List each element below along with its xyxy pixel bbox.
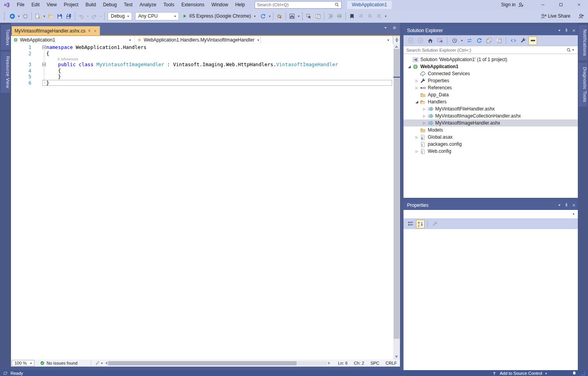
expand-arrow-icon[interactable]: ▷ — [422, 107, 427, 111]
tree-item-webapplication1[interactable]: ◢WebApplication1 — [403, 63, 578, 70]
toolbar-drag-handle[interactable] — [4, 12, 6, 20]
se-home-button[interactable] — [426, 36, 434, 45]
close-button[interactable] — [570, 0, 588, 9]
navigate-backward-button[interactable] — [8, 12, 17, 21]
expand-arrow-icon[interactable]: ▷ — [414, 136, 420, 139]
menu-extensions[interactable]: Extensions — [178, 0, 208, 9]
scroll-down-icon[interactable] — [395, 356, 398, 358]
fold-toggle-icon[interactable] — [42, 44, 46, 51]
expand-arrow-icon[interactable]: ◢ — [414, 100, 420, 104]
tree-item-models[interactable]: Models — [403, 127, 578, 134]
new-project-button[interactable] — [33, 12, 42, 21]
toggle-bookmark-button[interactable] — [347, 12, 356, 21]
tool-tab-resource-view[interactable]: Resource View — [1, 52, 10, 92]
tree-item-handlers[interactable]: ◢Handlers — [403, 98, 578, 105]
window-position-dropdown-icon[interactable] — [557, 203, 561, 207]
project-dropdown[interactable]: WebApplication1 ▾ — [11, 36, 135, 44]
code-line-1[interactable]: 1namespace WebApplication1.Handlers — [11, 44, 400, 51]
insert-mode-indicator[interactable]: SPC — [371, 361, 380, 365]
menu-file[interactable]: File — [13, 0, 28, 9]
menu-view[interactable]: View — [43, 0, 60, 9]
decrease-indent-button[interactable] — [326, 12, 335, 21]
clear-bookmarks-button[interactable] — [375, 12, 384, 21]
switch-views-button[interactable] — [436, 36, 444, 45]
save-all-button[interactable] — [64, 12, 73, 21]
code-line-5[interactable]: 5 } — [11, 74, 400, 80]
categorized-button[interactable] — [406, 220, 415, 228]
document-tab[interactable]: MyVintasoftImageHandler.ashx.cs — [12, 26, 100, 35]
hscroll-track[interactable] — [108, 361, 327, 365]
fold-toggle-icon[interactable] — [42, 61, 46, 68]
notifications-bell-icon[interactable] — [572, 371, 577, 376]
view-code-button[interactable] — [509, 36, 517, 45]
copy-structure-button[interactable] — [313, 12, 322, 21]
scroll-right-icon[interactable] — [328, 362, 330, 365]
find-in-files-button[interactable] — [275, 12, 284, 21]
platform-select[interactable]: Any CPU ▾ — [135, 12, 179, 20]
scrollbar-thumb[interactable] — [394, 49, 400, 339]
resize-grip[interactable] — [580, 370, 586, 376]
add-to-source-control-button[interactable]: Add to Source Control — [500, 371, 542, 376]
tree-item-global-asax[interactable]: ▷Global.asax — [403, 134, 578, 141]
open-file-button[interactable] — [46, 12, 55, 21]
feedback-icon[interactable] — [578, 13, 584, 19]
menu-analyze[interactable]: Analyze — [136, 0, 160, 9]
tree-item-myvintasoftimagecollectionhandler-ashx[interactable]: ▷MyVintasoftImageCollectionHandler.ashx — [403, 112, 578, 119]
scroll-up-icon[interactable] — [395, 45, 398, 48]
expand-arrow-icon[interactable]: ▷ — [422, 114, 427, 118]
properties-header[interactable]: Properties — [403, 201, 578, 210]
menu-project[interactable]: Project — [60, 0, 82, 9]
toolbar-drag-handle[interactable] — [302, 12, 303, 20]
menu-window[interactable]: Window — [208, 0, 232, 9]
next-bookmark-button[interactable] — [365, 12, 375, 21]
close-tab-icon[interactable] — [93, 29, 97, 33]
expand-arrow-icon[interactable]: ▷ — [414, 86, 420, 90]
line-indicator[interactable]: Ln: 6 — [338, 361, 347, 365]
close-panel-icon[interactable] — [572, 28, 576, 33]
properties-button[interactable] — [519, 36, 527, 45]
increase-indent-button[interactable] — [335, 12, 344, 21]
tool-tab-toolbox[interactable]: Toolbox — [1, 25, 10, 50]
navigate-home-button[interactable] — [288, 12, 297, 21]
navigate-backward-dropdown[interactable]: ▾ — [17, 14, 21, 18]
member-dropdown[interactable]: ▾ — [261, 36, 393, 44]
pending-changes-filter-button[interactable] — [450, 36, 459, 45]
zoom-select[interactable]: 100 % ▾ — [12, 360, 34, 366]
minimize-button[interactable] — [534, 0, 552, 9]
previous-bookmark-button[interactable] — [356, 12, 365, 21]
undo-dropdown[interactable]: ▾ — [86, 14, 90, 18]
filter-dropdown[interactable]: ▾ — [460, 39, 464, 42]
tree-item-myvintasoftfilehandler-ashx[interactable]: ▷MyVintasoftFileHandler.ashx — [403, 105, 578, 112]
column-indicator[interactable]: Ch: 2 — [354, 361, 364, 365]
code-editor[interactable]: 1namespace WebApplication1.Handlers2{0 r… — [11, 44, 400, 360]
tree-item-myvintasoftimagehandler-ashx[interactable]: ▷MyVintasoftImageHandler.ashx — [403, 119, 578, 127]
horizontal-scrollbar[interactable] — [105, 361, 330, 365]
code-line-6[interactable]: 6} — [11, 80, 400, 86]
tree-item-web-config[interactable]: ▷Web.config — [403, 148, 578, 155]
tab-list-dropdown-icon[interactable] — [384, 25, 387, 30]
start-debugging-button[interactable]: IIS Express (Google Chrome) ▾ — [181, 12, 259, 21]
code-line-4[interactable]: 4 { — [11, 68, 400, 74]
object-select[interactable]: ▾ — [403, 210, 578, 219]
select-element-button[interactable] — [304, 12, 313, 21]
refresh-button[interactable] — [259, 12, 268, 21]
line-ending-indicator[interactable]: CRLF — [385, 361, 397, 365]
redo-dropdown[interactable]: ▾ — [99, 14, 103, 18]
sync-with-active-document-button[interactable] — [465, 36, 474, 45]
tree-item-references[interactable]: ▷References — [403, 84, 578, 91]
se-refresh-button[interactable] — [475, 36, 483, 45]
tree-item-app-data[interactable]: App_Data — [403, 91, 578, 98]
codelens-references[interactable]: 0 references — [11, 56, 400, 61]
auto-hide-pin-icon[interactable] — [564, 203, 569, 208]
tool-tab-diagnostic-tools[interactable]: Diagnostic Tools — [579, 63, 587, 107]
live-share-button[interactable]: Live Share — [548, 13, 570, 19]
preview-selected-items-button[interactable] — [528, 36, 537, 45]
menu-tools[interactable]: Tools — [160, 0, 178, 9]
show-all-files-button[interactable] — [494, 36, 503, 45]
navigate-forward-button[interactable] — [21, 12, 30, 21]
refresh-dropdown[interactable]: ▾ — [268, 14, 271, 18]
se-forward-button[interactable] — [416, 36, 425, 45]
menu-build[interactable]: Build — [82, 0, 100, 9]
expand-arrow-icon[interactable]: ▷ — [414, 79, 420, 83]
expand-arrow-icon[interactable]: ▷ — [414, 150, 420, 153]
